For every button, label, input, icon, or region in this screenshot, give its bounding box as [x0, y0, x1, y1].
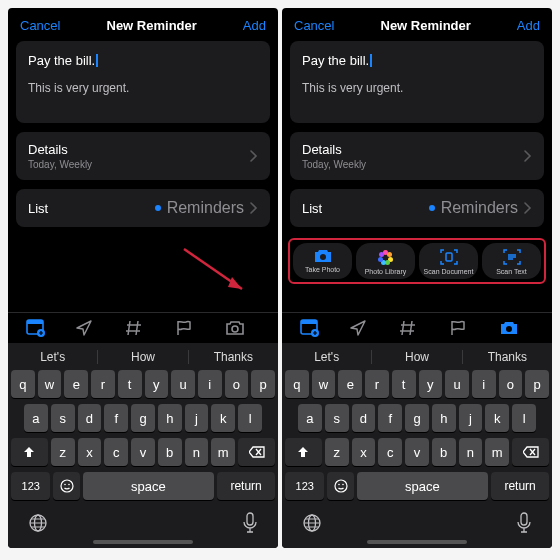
key-a[interactable]: a: [298, 404, 322, 432]
location-icon[interactable]: [349, 319, 385, 337]
details-row[interactable]: Details Today, Weekly: [16, 132, 270, 180]
key-n[interactable]: n: [185, 438, 209, 466]
key-s[interactable]: s: [51, 404, 75, 432]
key-w[interactable]: w: [312, 370, 336, 398]
key-f[interactable]: f: [104, 404, 128, 432]
key-o[interactable]: o: [225, 370, 249, 398]
camera-icon[interactable]: [499, 319, 535, 337]
key-w[interactable]: w: [38, 370, 62, 398]
key-d[interactable]: d: [78, 404, 102, 432]
key-c[interactable]: c: [104, 438, 128, 466]
notes-input[interactable]: This is very urgent.: [28, 81, 258, 95]
shift-key[interactable]: [11, 438, 48, 466]
key-s[interactable]: s: [325, 404, 349, 432]
key-f[interactable]: f: [378, 404, 402, 432]
space-key[interactable]: space: [357, 472, 488, 500]
key-d[interactable]: d: [352, 404, 376, 432]
title-input[interactable]: Pay the bill.: [28, 51, 258, 69]
key-y[interactable]: y: [145, 370, 169, 398]
list-row[interactable]: List Reminders: [16, 189, 270, 227]
hashtag-icon[interactable]: [399, 319, 435, 337]
key-u[interactable]: u: [445, 370, 469, 398]
key-j[interactable]: j: [185, 404, 209, 432]
key-r[interactable]: r: [365, 370, 389, 398]
key-z[interactable]: z: [325, 438, 349, 466]
details-row[interactable]: Details Today, Weekly: [290, 132, 544, 180]
suggestion[interactable]: How: [98, 350, 187, 364]
key-n[interactable]: n: [459, 438, 483, 466]
flag-icon[interactable]: [449, 319, 485, 337]
mic-icon[interactable]: [516, 512, 532, 534]
globe-icon[interactable]: [302, 513, 322, 533]
suggestion[interactable]: Thanks: [189, 350, 278, 364]
add-button[interactable]: Add: [517, 18, 540, 33]
key-t[interactable]: t: [118, 370, 142, 398]
key-q[interactable]: q: [11, 370, 35, 398]
location-icon[interactable]: [75, 319, 111, 337]
take-photo-button[interactable]: Take Photo: [293, 243, 352, 279]
key-v[interactable]: v: [405, 438, 429, 466]
key-k[interactable]: k: [211, 404, 235, 432]
cancel-button[interactable]: Cancel: [294, 18, 334, 33]
mic-icon[interactable]: [242, 512, 258, 534]
key-g[interactable]: g: [131, 404, 155, 432]
key-e[interactable]: e: [64, 370, 88, 398]
suggestion[interactable]: Let's: [282, 350, 371, 364]
notes-input[interactable]: This is very urgent.: [302, 81, 532, 95]
key-i[interactable]: i: [198, 370, 222, 398]
cancel-button[interactable]: Cancel: [20, 18, 60, 33]
key-u[interactable]: u: [171, 370, 195, 398]
add-button[interactable]: Add: [243, 18, 266, 33]
key-i[interactable]: i: [472, 370, 496, 398]
space-key[interactable]: space: [83, 472, 214, 500]
hashtag-icon[interactable]: [125, 319, 161, 337]
suggestion[interactable]: How: [372, 350, 461, 364]
scan-document-button[interactable]: Scan Document: [419, 243, 478, 279]
title-input[interactable]: Pay the bill.: [302, 51, 532, 69]
key-r[interactable]: r: [91, 370, 115, 398]
suggestion[interactable]: Let's: [8, 350, 97, 364]
key-c[interactable]: c: [378, 438, 402, 466]
calendar-badge-icon[interactable]: [25, 319, 61, 337]
key-b[interactable]: b: [158, 438, 182, 466]
key-o[interactable]: o: [499, 370, 523, 398]
calendar-badge-icon[interactable]: [299, 319, 335, 337]
key-k[interactable]: k: [485, 404, 509, 432]
numbers-key[interactable]: 123: [11, 472, 50, 500]
key-h[interactable]: h: [158, 404, 182, 432]
shift-key[interactable]: [285, 438, 322, 466]
key-z[interactable]: z: [51, 438, 75, 466]
return-key[interactable]: return: [491, 472, 549, 500]
camera-icon[interactable]: [225, 319, 261, 337]
backspace-key[interactable]: [238, 438, 275, 466]
key-x[interactable]: x: [78, 438, 102, 466]
key-m[interactable]: m: [485, 438, 509, 466]
key-v[interactable]: v: [131, 438, 155, 466]
numbers-key[interactable]: 123: [285, 472, 324, 500]
key-j[interactable]: j: [459, 404, 483, 432]
key-l[interactable]: l: [238, 404, 262, 432]
emoji-key[interactable]: [53, 472, 79, 500]
key-h[interactable]: h: [432, 404, 456, 432]
photo-library-button[interactable]: Photo Library: [356, 243, 415, 279]
key-a[interactable]: a: [24, 404, 48, 432]
backspace-key[interactable]: [512, 438, 549, 466]
list-row[interactable]: List Reminders: [290, 189, 544, 227]
key-x[interactable]: x: [352, 438, 376, 466]
key-e[interactable]: e: [338, 370, 362, 398]
key-p[interactable]: p: [525, 370, 549, 398]
key-l[interactable]: l: [512, 404, 536, 432]
key-b[interactable]: b: [432, 438, 456, 466]
key-t[interactable]: t: [392, 370, 416, 398]
scan-text-button[interactable]: Scan Text: [482, 243, 541, 279]
key-q[interactable]: q: [285, 370, 309, 398]
key-y[interactable]: y: [419, 370, 443, 398]
emoji-key[interactable]: [327, 472, 353, 500]
return-key[interactable]: return: [217, 472, 275, 500]
flag-icon[interactable]: [175, 319, 211, 337]
key-p[interactable]: p: [251, 370, 275, 398]
key-g[interactable]: g: [405, 404, 429, 432]
suggestion[interactable]: Thanks: [463, 350, 552, 364]
key-m[interactable]: m: [211, 438, 235, 466]
globe-icon[interactable]: [28, 513, 48, 533]
